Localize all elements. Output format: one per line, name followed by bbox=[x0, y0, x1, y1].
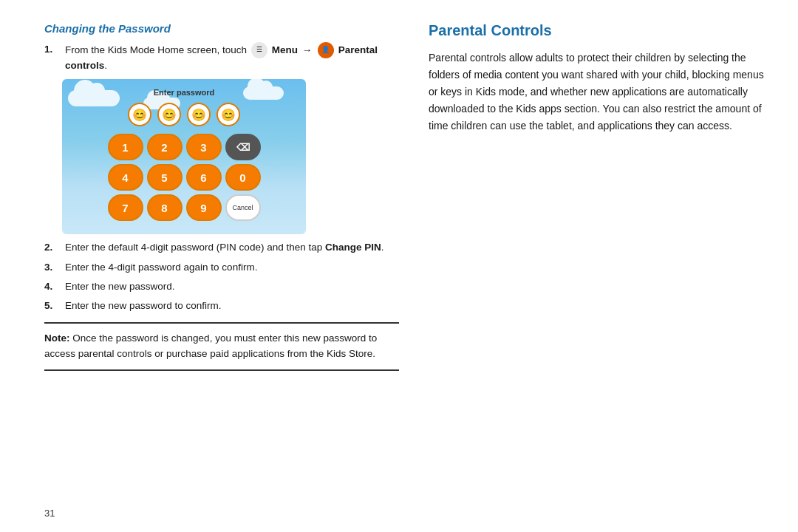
step-5: 5. Enter the new password to confirm. bbox=[44, 299, 399, 313]
step-3-text: Enter the 4-digit password again to conf… bbox=[65, 260, 399, 275]
page-number: 31 bbox=[44, 508, 55, 519]
step-2-num: 2. bbox=[44, 240, 62, 255]
note-text: Once the password is changed, you must e… bbox=[44, 332, 377, 359]
key-0[interactable]: 0 bbox=[225, 164, 261, 191]
right-column: Parental Controls Parental controls allo… bbox=[429, 22, 768, 510]
key-cancel[interactable]: Cancel bbox=[225, 194, 261, 221]
step-2: 2. Enter the default 4-digit password (P… bbox=[44, 240, 399, 255]
key-5[interactable]: 5 bbox=[147, 164, 183, 191]
change-pin-label: Change PIN bbox=[325, 242, 381, 253]
face-3: 😊 bbox=[187, 103, 211, 126]
face-4: 😊 bbox=[216, 103, 240, 126]
steps-2-5: 2. Enter the default 4-digit password (P… bbox=[44, 240, 399, 313]
step-5-num: 5. bbox=[44, 299, 62, 313]
key-2[interactable]: 2 bbox=[147, 134, 183, 160]
step-4-text: Enter the new password. bbox=[65, 279, 399, 294]
step-5-text: Enter the new password to confirm. bbox=[65, 299, 399, 313]
note-box: Note: Once the password is changed, you … bbox=[44, 322, 399, 371]
step-1-text: From the Kids Mode Home screen, touch ☰ … bbox=[65, 42, 399, 73]
right-section-title: Parental Controls bbox=[429, 22, 768, 39]
face-2: 😊 bbox=[157, 103, 181, 126]
password-screen: Enter password 😊 😊 😊 😊 1 2 3 ⌫ 4 5 6 0 bbox=[62, 79, 306, 234]
step-3-num: 3. bbox=[44, 260, 62, 275]
menu-label: Menu bbox=[272, 44, 298, 55]
key-9[interactable]: 9 bbox=[186, 194, 222, 221]
key-4[interactable]: 4 bbox=[108, 164, 143, 191]
step-2-text: Enter the default 4-digit password (PIN … bbox=[65, 240, 399, 255]
note-label: Note: bbox=[44, 332, 70, 344]
face-1: 😊 bbox=[128, 103, 151, 126]
enter-password-label: Enter password bbox=[154, 88, 215, 97]
page-container: Changing the Password 1. From the Kids M… bbox=[0, 0, 798, 532]
key-backspace[interactable]: ⌫ bbox=[225, 134, 261, 160]
numpad: 1 2 3 ⌫ 4 5 6 0 7 8 9 Cancel bbox=[108, 134, 261, 221]
step-1-num: 1. bbox=[44, 42, 62, 57]
instruction-list: 1. From the Kids Mode Home screen, touch… bbox=[44, 42, 399, 73]
left-section-title: Changing the Password bbox=[44, 22, 399, 35]
parental-controls-icon: 👤 bbox=[318, 42, 334, 58]
step-4: 4. Enter the new password. bbox=[44, 279, 399, 294]
key-1[interactable]: 1 bbox=[108, 134, 143, 160]
step-4-num: 4. bbox=[44, 279, 62, 294]
arrow-icon: → bbox=[302, 44, 315, 55]
left-column: Changing the Password 1. From the Kids M… bbox=[44, 22, 399, 510]
menu-icon: ☰ bbox=[251, 42, 267, 58]
step-1: 1. From the Kids Mode Home screen, touch… bbox=[44, 42, 399, 73]
key-3[interactable]: 3 bbox=[186, 134, 222, 160]
key-8[interactable]: 8 bbox=[147, 194, 183, 221]
key-6[interactable]: 6 bbox=[186, 164, 222, 191]
password-overlay: Enter password 😊 😊 😊 😊 1 2 3 ⌫ 4 5 6 0 bbox=[62, 79, 306, 234]
step-3: 3. Enter the 4-digit password again to c… bbox=[44, 260, 399, 275]
face-icons-row: 😊 😊 😊 😊 bbox=[128, 103, 240, 126]
right-body-text: Parental controls allow adults to protec… bbox=[429, 50, 768, 134]
key-7[interactable]: 7 bbox=[108, 194, 143, 221]
